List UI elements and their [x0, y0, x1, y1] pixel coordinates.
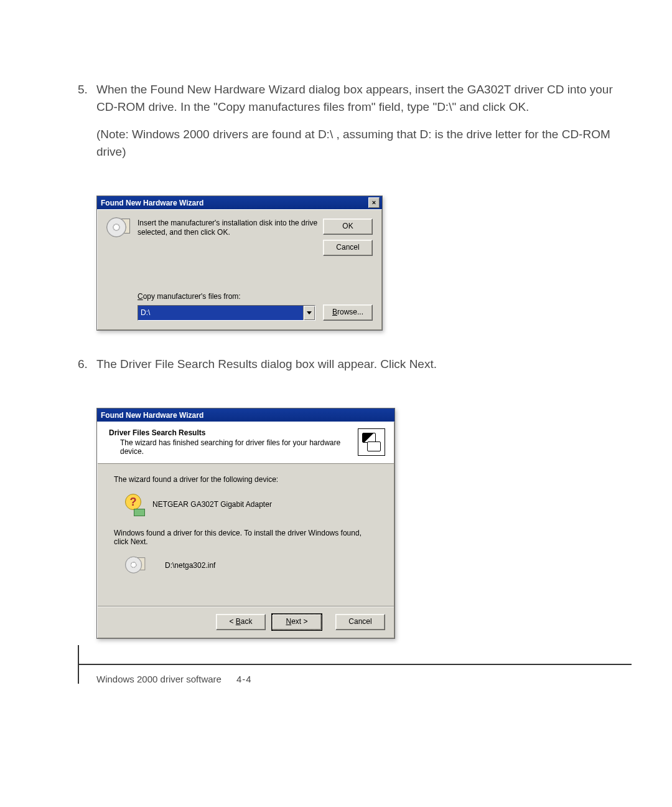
dialog-2-line-1: The wizard found a driver for the follow…: [114, 475, 378, 484]
dialog-2-header-subtitle: The wizard has finished searching for dr…: [109, 437, 358, 456]
ok-button[interactable]: OK: [323, 219, 373, 235]
step-5: 5. When the Found New Hardware Wizard di…: [78, 81, 632, 171]
chevron-down-icon[interactable]: [303, 306, 315, 320]
step-5-text-1: When the Found New Hardware Wizard dialo…: [96, 81, 632, 116]
inf-row: D:\netga302.inf: [114, 556, 378, 575]
inf-path: D:\netga302.inf: [165, 561, 215, 570]
step-5-number: 5.: [78, 81, 96, 98]
document-page: 5. When the Found New Hardware Wizard di…: [0, 0, 672, 722]
dialog-copy-files: Found New Hardware Wizard × Insert the m…: [96, 196, 383, 331]
dialog-2-titlebar: Found New Hardware Wizard: [97, 408, 394, 422]
footer-section: Windows 2000 driver software: [96, 674, 222, 684]
step-5-body: When the Found New Hardware Wizard dialo…: [96, 81, 632, 171]
page-footer: Windows 2000 driver software 4-4: [78, 664, 632, 684]
copy-from-combobox[interactable]: [138, 305, 315, 321]
next-button[interactable]: Next >: [272, 614, 322, 630]
unknown-device-icon: ?: [125, 494, 144, 515]
copy-from-input[interactable]: [138, 306, 303, 320]
step-6-text-1: The Driver File Search Results dialog bo…: [96, 356, 632, 373]
cancel-button[interactable]: Cancel: [323, 240, 373, 256]
device-name: NETGEAR GA302T Gigabit Adapter: [152, 500, 272, 509]
step-6: 6. The Driver File Search Results dialog…: [78, 356, 632, 383]
device-row: ? NETGEAR GA302T Gigabit Adapter: [114, 494, 378, 515]
cd-drive-icon: [106, 219, 130, 237]
step-5-text-2: (Note: Windows 2000 drivers are found at…: [96, 126, 632, 161]
dialog-1-message: Insert the manufacturer's installation d…: [138, 219, 323, 237]
hardware-wizard-icon: [358, 428, 385, 456]
dialog-2-header: Driver Files Search Results The wizard h…: [98, 422, 394, 464]
dialog-search-results: Found New Hardware Wizard Driver Files S…: [96, 408, 395, 639]
dialog-2-figure: Found New Hardware Wizard Driver Files S…: [96, 408, 632, 639]
dialog-1-titlebar: Found New Hardware Wizard ×: [97, 196, 382, 209]
dialog-1-title: Found New Hardware Wizard: [101, 199, 368, 207]
cancel-button-2[interactable]: Cancel: [335, 614, 385, 630]
footer-page-number: 4-4: [236, 674, 252, 684]
dialog-2-buttons: < Back Next > Cancel: [98, 606, 394, 638]
browse-button[interactable]: Browse...: [323, 304, 373, 321]
back-button[interactable]: < Back: [216, 614, 266, 630]
copy-from-label: Copy manufacturer's files from:: [138, 292, 373, 301]
dialog-2-line-2: Windows found a driver for this device. …: [114, 529, 378, 546]
step-6-body: The Driver File Search Results dialog bo…: [96, 356, 632, 383]
step-6-number: 6.: [78, 356, 96, 373]
inf-file-icon: [125, 557, 145, 573]
dialog-2-header-title: Driver Files Search Results: [109, 428, 358, 437]
dialog-1-figure: Found New Hardware Wizard × Insert the m…: [96, 196, 632, 331]
close-icon[interactable]: ×: [368, 197, 380, 208]
dialog-2-title: Found New Hardware Wizard: [101, 411, 392, 420]
